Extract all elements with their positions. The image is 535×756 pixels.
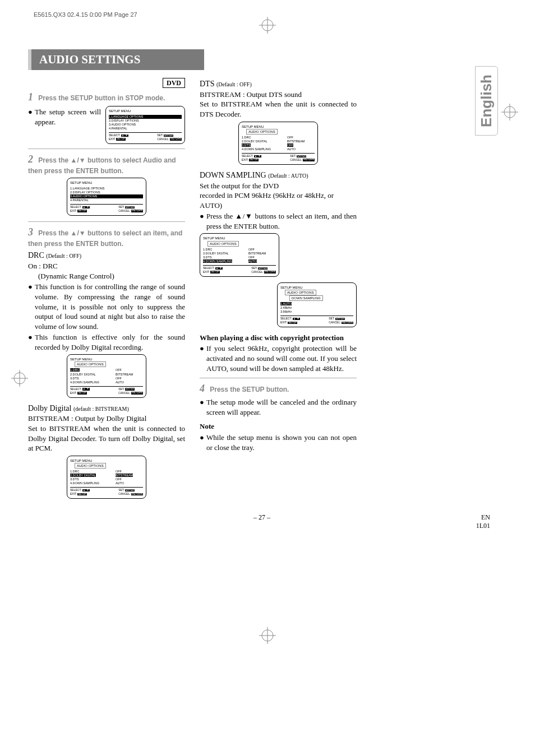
page-number: – 27 – [253,513,270,522]
osd-audio-dts: SETUP MENU AUDIO OPTIONS 1.DRCOFF 2.DOLB… [238,122,318,165]
step-text: Press the SETUP button in STOP mode. [38,94,165,102]
osd-item: 2.DOLBY DIGITAL [70,474,96,477]
osd-val: BITSTREAM [287,140,315,143]
bullet-icon: ● [200,397,206,417]
osd-item: 4.DOWN SAMPLING [70,381,116,384]
bullet-text: While the setup menu is shown you can no… [206,433,357,452]
osd-footer: SELECT: ▲▼EXIT: SETUP SET: ENTERCANCEL: … [203,265,276,274]
osd-title: SETUP MENU [242,124,315,129]
osd-val: OFF [287,136,315,140]
osd-item: 3.DTS [70,477,116,481]
crop-mark-right [501,104,518,120]
step-text: Press the ▲/▼ buttons to select an item,… [28,229,182,248]
on-drc: On : DRC [28,261,185,271]
osd-val: AUTO [287,147,315,151]
osd-title: SETUP MENU [280,285,353,290]
dts-line1: BITSTREAM : Output DTS sound [200,90,357,100]
step-num: 2 [28,154,33,165]
osd-subtitle: DOWN SAMPLING [289,295,323,301]
osd-footer: SELECT: ▲▼EXIT: SETUP SET: ENTERCANCEL: … [70,204,143,213]
bullet-text: The setup mode will be canceled and the … [206,397,357,417]
osd-footer: SELECT: ▲▼EXIT: SETUP SET: ENTERCANCEL: … [280,316,353,324]
dts-line2: Set to BITSTREAM when the unit is connec… [200,99,357,119]
dolby-line2: Set to BITSTREAM when the unit is connec… [28,424,185,453]
osd-val: BITSTREAM [116,474,133,477]
osd-item: 1.DRC [70,368,80,372]
osd-item: 4.PARENTAL [70,198,143,202]
note-heading: Note [200,421,357,432]
osd-title: SETUP MENU [203,236,276,240]
osd-footer: SELECT: ▲▼EXIT: SETUP SET: ENTERCANCEL: … [242,153,315,162]
step-3: 3 Press the ▲/▼ buttons to select an ite… [28,225,185,249]
down-line2: recorded in PCM 96kHz (96kHz or 48kHz, o… [200,191,357,210]
osd-val: OFF [248,256,276,259]
osd-val: OFF [116,377,143,381]
osd-item: 3.DTS [242,143,251,147]
osd-item: 3.DTS [70,377,116,381]
osd-val: OFF [116,470,143,474]
dynamic-range: (Dynamic Range Control) [28,271,185,281]
page-footer: – 27 – EN1L01 [28,513,496,530]
dts-heading: DTS (Default : OFF) [200,79,357,90]
bullet-icon: ● [200,211,206,231]
osd-val: AUTO [248,259,257,263]
language-tab: English [475,66,498,136]
page-title: AUDIO SETTINGS [28,49,204,70]
osd-item: 1.LANGUAGE OPTIONS [70,187,143,191]
osd-item: 2.DOLBY DIGITAL [203,252,248,256]
dolby-line1: BITSTREAM : Output by Dolby Digital [28,414,185,424]
osd-setup-audio-sel: SETUP MENU 1.LANGUAGE OPTIONS 2.DISPLAY … [67,178,146,215]
osd-audio-dolby: SETUP MENU AUDIO OPTIONS 1.DRCOFF 2.DOLB… [67,456,146,499]
osd-val: AUTO [116,381,143,384]
bullet-text: Press the ▲/▼ buttons to select an item,… [206,211,357,231]
osd-val: OFF [116,368,143,372]
crop-mark-top [259,17,276,34]
osd-subtitle: AUDIO OPTIONS [285,290,316,295]
bullet-icon: ● [28,107,35,127]
osd-item: 2.DISPLAY OPTIONS [70,191,143,194]
osd-item: 1.DRC [242,136,287,140]
osd-item: 3.DTS [203,256,248,259]
osd-item: 4.DOWN SAMPLING [242,147,287,151]
osd-audio-drc: SETUP MENU AUDIO OPTIONS 1.DRCOFF 2.DOLB… [67,354,146,397]
bullet-text: This function is for controlling the ran… [35,282,185,331]
osd-subtitle: AUDIO OPTIONS [75,463,106,469]
step-num: 1 [28,91,33,103]
osd-setup-main: SETUP MENU 1.LANGUAGE OPTIONS 2.DISPLAY … [105,106,185,143]
footer-code2: 1L01 [476,522,490,530]
bullet-icon: ● [200,433,206,452]
down-line1: Set the output for the DVD [200,181,357,191]
osd-item: 1.DRC [70,470,116,474]
crop-mark-bottom [259,627,276,644]
footer-code1: EN [481,513,490,521]
osd-item: 1.LANGUAGE OPTIONS [109,115,182,119]
osd-item: 2.DISPLAY OPTIONS [109,119,182,123]
osd-item: 3.96kHz [280,310,353,314]
step-num: 3 [28,226,33,238]
osd-subtitle: AUDIO OPTIONS [207,241,239,247]
osd-title: SETUP MENU [70,180,143,185]
left-column: DVD 1 Press the SETUP button in STOP mod… [28,78,185,504]
osd-val: BITSTREAM [248,252,276,256]
osd-val: OFF [116,477,143,481]
right-column: DTS (Default : OFF) BITSTREAM : Output D… [200,78,357,504]
dolby-heading: Dolby Digital (default : BITSTREAM) [28,403,185,414]
bullet-text: The setup screen will appear. [35,107,101,127]
osd-item: 4.PARENTAL [109,127,182,131]
osd-val: OFF [287,143,293,147]
osd-title: SETUP MENU [109,109,182,113]
osd-subtitle: AUDIO OPTIONS [246,129,278,134]
osd-footer: SELECT: ▲▼EXIT: SETUP SET: ENTERCANCEL: … [70,386,143,395]
step-4: 4 Press the SETUP button. [200,382,357,395]
step-text: Press the ▲/▼ buttons to select Audio an… [28,156,176,175]
dvd-badge: DVD [163,78,185,88]
osd-item: 3.AUDIO OPTIONS [109,123,182,127]
osd-item: 3.AUDIO OPTIONS [70,194,143,198]
osd-title: SETUP MENU [70,357,143,361]
osd-audio-down: SETUP MENU AUDIO OPTIONS 1.DRCOFF 2.DOLB… [200,233,279,276]
osd-val: BITSTREAM [116,373,143,377]
osd-footer: SELECT: ▲▼EXIT: SETUP SET: ENTERCANCEL: … [70,487,143,496]
copyright-heading: When playing a disc with copyright prote… [200,333,357,343]
osd-item: 2.48kHz [280,306,353,310]
osd-item: 4.DOWN SAMPLING [70,481,116,485]
